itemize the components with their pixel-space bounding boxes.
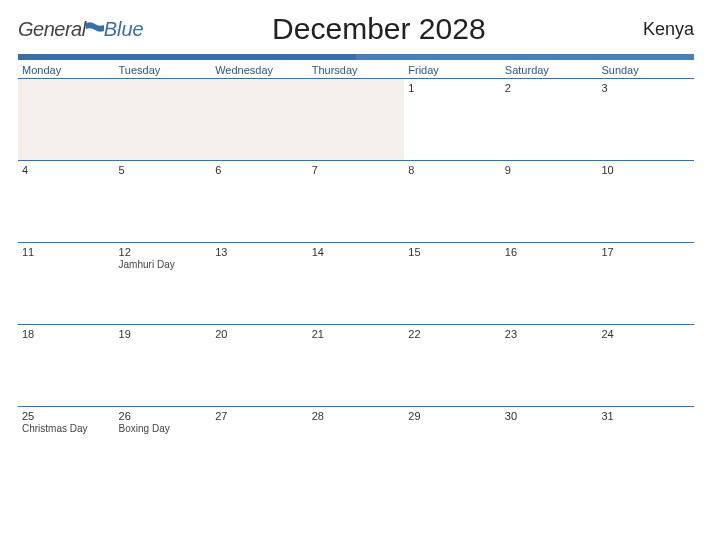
weekday-sun: Sunday	[597, 64, 694, 76]
calendar-cell: 1	[404, 78, 501, 160]
day-number: 12	[119, 246, 208, 258]
day-number: 15	[408, 246, 497, 258]
logo-text-general: General	[18, 18, 86, 41]
day-number: 22	[408, 328, 497, 340]
holiday-label: Boxing Day	[119, 423, 208, 434]
calendar-cell: 25Christmas Day	[18, 406, 115, 488]
day-number: 16	[505, 246, 594, 258]
calendar-cell: 21	[308, 324, 405, 406]
calendar-cell: 17	[597, 242, 694, 324]
day-number: 24	[601, 328, 690, 340]
day-number: 2	[505, 82, 594, 94]
calendar-cell: 29	[404, 406, 501, 488]
weekday-fri: Friday	[404, 64, 501, 76]
day-number: 9	[505, 164, 594, 176]
calendar-cell: 20	[211, 324, 308, 406]
day-number: 7	[312, 164, 401, 176]
calendar-cell: 7	[308, 160, 405, 242]
calendar-cell: 9	[501, 160, 598, 242]
calendar-cell: 23	[501, 324, 598, 406]
day-number: 19	[119, 328, 208, 340]
day-number: 10	[601, 164, 690, 176]
logo-text-blue: Blue	[104, 18, 144, 41]
weekday-mon: Monday	[18, 64, 115, 76]
calendar-cell	[18, 78, 115, 160]
day-number: 11	[22, 246, 111, 258]
calendar-cell: 28	[308, 406, 405, 488]
day-number: 6	[215, 164, 304, 176]
day-number: 23	[505, 328, 594, 340]
calendar-cell: 11	[18, 242, 115, 324]
day-number: 25	[22, 410, 111, 422]
logo: General Blue	[18, 18, 144, 41]
calendar-cell: 13	[211, 242, 308, 324]
day-number: 26	[119, 410, 208, 422]
calendar-cell: 10	[597, 160, 694, 242]
weekday-wed: Wednesday	[211, 64, 308, 76]
holiday-label: Christmas Day	[22, 423, 111, 434]
day-number: 18	[22, 328, 111, 340]
day-number: 5	[119, 164, 208, 176]
weekday-row: Monday Tuesday Wednesday Thursday Friday…	[18, 60, 694, 78]
region-label: Kenya	[614, 19, 694, 40]
calendar-cell: 31	[597, 406, 694, 488]
calendar-cell: 27	[211, 406, 308, 488]
calendar-cell: 18	[18, 324, 115, 406]
weekday-sat: Saturday	[501, 64, 598, 76]
calendar-cell	[115, 78, 212, 160]
day-number: 28	[312, 410, 401, 422]
calendar-cell: 8	[404, 160, 501, 242]
day-number: 31	[601, 410, 690, 422]
day-number: 20	[215, 328, 304, 340]
calendar-cell: 22	[404, 324, 501, 406]
weekday-tue: Tuesday	[115, 64, 212, 76]
calendar-cell: 26Boxing Day	[115, 406, 212, 488]
calendar-cell: 5	[115, 160, 212, 242]
calendar-cell: 30	[501, 406, 598, 488]
day-number: 4	[22, 164, 111, 176]
calendar-cell: 6	[211, 160, 308, 242]
flag-icon	[86, 21, 104, 35]
day-number: 21	[312, 328, 401, 340]
header: General Blue December 2028 Kenya	[18, 12, 694, 46]
day-number: 30	[505, 410, 594, 422]
calendar-cell: 12Jamhuri Day	[115, 242, 212, 324]
day-number: 13	[215, 246, 304, 258]
day-number: 17	[601, 246, 690, 258]
page-title: December 2028	[144, 12, 614, 46]
day-number: 27	[215, 410, 304, 422]
calendar-cell: 19	[115, 324, 212, 406]
weekday-thu: Thursday	[308, 64, 405, 76]
holiday-label: Jamhuri Day	[119, 259, 208, 270]
calendar-cell: 14	[308, 242, 405, 324]
day-number: 1	[408, 82, 497, 94]
day-number: 3	[601, 82, 690, 94]
calendar-cell: 15	[404, 242, 501, 324]
calendar-cell	[211, 78, 308, 160]
calendar-cell: 3	[597, 78, 694, 160]
calendar-cell: 2	[501, 78, 598, 160]
calendar-grid: 123456789101112Jamhuri Day13141516171819…	[18, 78, 694, 488]
calendar-cell: 16	[501, 242, 598, 324]
day-number: 8	[408, 164, 497, 176]
calendar-cell: 24	[597, 324, 694, 406]
day-number: 14	[312, 246, 401, 258]
calendar-cell: 4	[18, 160, 115, 242]
day-number: 29	[408, 410, 497, 422]
calendar-cell	[308, 78, 405, 160]
